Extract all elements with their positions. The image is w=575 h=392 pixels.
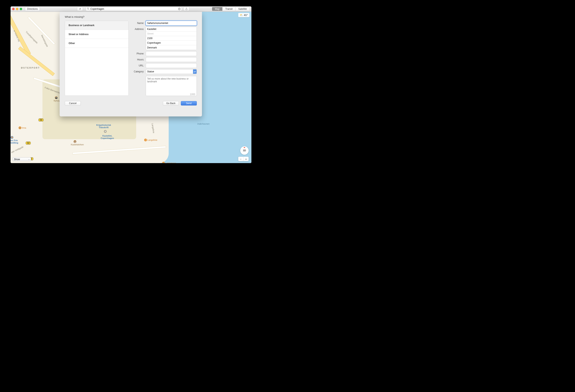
share-icon: [185, 8, 188, 10]
poi-label-kastellet-l1: Kastellet,: [102, 135, 112, 137]
poi-icon-irma[interactable]: 🛒: [19, 126, 21, 129]
view-mode-transit[interactable]: Transit: [222, 7, 235, 11]
address-line1-input[interactable]: [146, 27, 197, 31]
address-street-input[interactable]: [146, 31, 197, 36]
poi-label-langelinie: Langelinie: [147, 139, 157, 141]
send-button[interactable]: Send: [181, 101, 197, 105]
zoom-controls: − +: [238, 157, 249, 161]
category-business-landmark[interactable]: Business or Landmark: [65, 21, 128, 30]
view-mode-map[interactable]: Map: [212, 7, 222, 11]
problem-category-list: Business or Landmark Street or Address O…: [65, 21, 129, 96]
category-select[interactable]: Statue: [146, 69, 197, 74]
svg-line-1: [89, 9, 89, 10]
poi-icon-museum[interactable]: 🏛: [104, 130, 107, 133]
directions-button[interactable]: Directions: [25, 7, 40, 11]
poi-label-frie-l1: en Frie: [11, 139, 18, 142]
location-arrow-icon: [79, 8, 81, 10]
hours-label: Hours:: [132, 57, 146, 61]
poi-label-kastellet-l2: Copenhagen: [101, 137, 114, 139]
chevron-updown-icon: ▴▾: [194, 71, 196, 73]
poi-label-frie-l2: Istilling: [11, 142, 18, 144]
water-label-inderhavnen: Inderhavnen: [197, 123, 210, 125]
poi-icon-nyhavn[interactable]: 📷: [55, 96, 58, 99]
road-3: [27, 16, 55, 45]
name-label: Name:: [132, 21, 146, 24]
category-other[interactable]: Other: [65, 39, 128, 48]
weather-badge[interactable]: ⛅ 41°: [238, 13, 249, 17]
compass-3d-button[interactable]: 3D: [240, 146, 249, 155]
poi-icon-langelinie[interactable]: 🍴: [144, 139, 147, 141]
svg-point-0: [87, 8, 89, 9]
zoom-out-button[interactable]: −: [238, 157, 243, 161]
maps-window: Directions ✕ Map Transit Satellite: [11, 6, 251, 163]
address-city-input[interactable]: [146, 41, 197, 45]
poi-label-krigshistorisk-l1: Krigshistorisk: [96, 124, 111, 126]
show-menu-label: Show: [14, 158, 20, 161]
district-label-osterport: ØSTERPORT: [21, 67, 40, 69]
search-input[interactable]: [86, 7, 182, 11]
notes-textarea[interactable]: [146, 76, 197, 96]
category-label: Category:: [132, 69, 146, 73]
phone-input[interactable]: [146, 51, 197, 56]
address-label: Address:: [132, 27, 146, 30]
problem-form: Name: Address:: [132, 21, 197, 98]
poi-icon-logismose[interactable]: 🛒: [162, 162, 165, 163]
address-input-group: [146, 27, 197, 50]
go-back-button[interactable]: Go Back: [163, 101, 179, 105]
poi-label-kastelskirken: Kastelskirken: [71, 143, 84, 146]
poi-label-logismose: Løgismose: [165, 162, 176, 163]
poi-label-kastellet: Kastellet, Copenhagen: [101, 135, 114, 139]
zoom-in-button[interactable]: +: [243, 157, 249, 161]
current-location-button[interactable]: [77, 7, 83, 11]
fullscreen-window-button[interactable]: [20, 8, 22, 10]
cancel-button[interactable]: Cancel: [65, 101, 81, 105]
route-shield-1: O2: [39, 119, 44, 122]
hours-input[interactable]: [146, 57, 197, 62]
address-country-input[interactable]: [146, 45, 197, 50]
poi-icon-kastelskirken[interactable]: ⛪: [73, 140, 76, 143]
close-window-button[interactable]: [12, 8, 15, 10]
road-2: [18, 47, 55, 76]
search-icon: [87, 8, 89, 11]
poi-label-krigshistorisk: Krigshistorisk Tidsskrift: [96, 124, 111, 129]
share-button[interactable]: [183, 7, 190, 11]
name-input[interactable]: [146, 21, 197, 25]
poi-label-krigshistorisk-l2: Tidsskrift: [99, 126, 108, 129]
clear-search-button[interactable]: ✕: [178, 8, 181, 10]
category-street-address[interactable]: Street or Address: [65, 30, 128, 39]
address-postal-input[interactable]: [146, 36, 197, 41]
poi-icon-frie[interactable]: 🎨: [11, 136, 13, 139]
view-mode-segmented: Map Transit Satellite: [212, 7, 250, 11]
url-label: URL:: [132, 63, 146, 67]
window-controls: [12, 8, 22, 10]
notes-char-counter: 1000: [190, 93, 195, 96]
toolbar: Directions ✕ Map Transit Satellite: [11, 6, 251, 12]
minimize-window-button[interactable]: [16, 8, 18, 10]
show-menu[interactable]: Show: [13, 157, 31, 161]
poi-label-irma: Irma: [22, 127, 26, 129]
route-shield-2: O2: [26, 142, 31, 145]
dialog-title: What is missing?: [65, 15, 197, 18]
search-field-wrap: ✕: [86, 7, 182, 11]
dialog-footer: Cancel Go Back Send: [65, 101, 197, 105]
view-mode-satellite[interactable]: Satellite: [235, 7, 250, 11]
street-label-trond: Trondhjemsgade: [25, 30, 38, 44]
weather-icon: ⛅: [240, 14, 243, 17]
weather-temperature: 41°: [244, 14, 248, 17]
report-problem-dialog: What is missing? Business or Landmark St…: [60, 12, 202, 117]
phone-label: Phone:: [132, 51, 146, 55]
url-input[interactable]: [146, 63, 197, 68]
